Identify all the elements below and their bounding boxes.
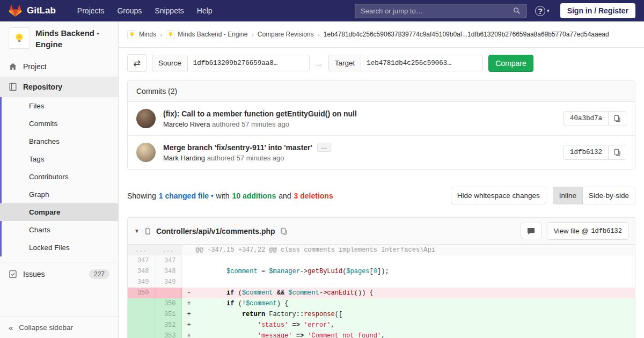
new-line-number[interactable]: 349 <box>155 277 181 288</box>
new-line-number[interactable]: 350 <box>155 298 181 309</box>
sidebar-item-graph[interactable]: Graph <box>0 186 118 203</box>
old-line-number[interactable]: 348 <box>128 266 155 277</box>
sign-in-register-button[interactable]: Sign in / Register <box>560 3 635 18</box>
commit-description-toggle[interactable]: … <box>317 143 331 152</box>
breadcrumb-compare-revisions[interactable]: Compare Revisions <box>258 31 314 38</box>
collapse-diff-icon[interactable]: ▼ <box>134 228 140 234</box>
issues-count-badge: 227 <box>89 269 109 279</box>
commit-title-link[interactable]: Merge branch 'fix/sentry-911' into 'mast… <box>163 143 312 152</box>
commit-row: Merge branch 'fix/sentry-911' into 'mast… <box>128 136 635 169</box>
compare-button[interactable]: Compare <box>488 55 533 72</box>
issues-icon <box>9 270 17 278</box>
sidebar-item-issues[interactable]: Issues 227 <box>0 263 118 285</box>
toggle-comments-button[interactable] <box>521 223 541 239</box>
commits-panel: Commits (2) (fix): Call to a member func… <box>127 80 635 170</box>
sidebar-item-branches[interactable]: Branches <box>0 133 118 150</box>
sidebar-item-commits[interactable]: Commits <box>0 115 118 133</box>
changed-files-dropdown[interactable]: 1 changed file ▾ <box>159 192 214 200</box>
copy-file-path-button[interactable] <box>280 227 288 235</box>
old-line-number[interactable]: 349 <box>128 277 155 288</box>
swap-revisions-button[interactable]: ⇄ <box>127 54 147 72</box>
diff-line-removed: 350- if ($comment && $comment->canEdit()… <box>128 288 635 298</box>
commit-sha[interactable]: 40a3bd7a <box>564 111 609 126</box>
new-line-number[interactable]: 351 <box>155 309 181 320</box>
old-line-number[interactable]: 350 <box>128 288 155 298</box>
old-line-number[interactable] <box>128 309 155 320</box>
target-revision-input[interactable] <box>361 55 483 71</box>
gitlab-home-link[interactable]: GitLab <box>9 4 56 17</box>
sidebar-item-files[interactable]: Files <box>0 97 118 115</box>
comment-bubble-icon <box>527 227 535 235</box>
help-menu[interactable]: ? ▾ <box>535 6 550 16</box>
sidebar-item-charts[interactable]: Charts <box>0 221 118 239</box>
main-content: Minds › Minds Backend - Engine › Compare… <box>119 21 644 338</box>
home-icon <box>9 62 17 71</box>
breadcrumb-project[interactable]: Minds Backend - Engine <box>166 30 247 39</box>
diff-line-added: 352+ 'status' => 'error', <box>128 320 635 330</box>
commit-sha-group: 40a3bd7a <box>564 111 626 126</box>
breadcrumb-group[interactable]: Minds <box>127 30 156 39</box>
nav-link-snippets[interactable]: Snippets <box>148 3 190 18</box>
copy-commit-sha-button[interactable] <box>609 145 626 160</box>
inline-view-button[interactable]: Inline <box>553 187 583 204</box>
new-line-number[interactable]: 347 <box>155 255 181 266</box>
old-line-number[interactable] <box>128 330 155 338</box>
new-line-number[interactable]: 352 <box>155 320 181 330</box>
diff-file-path[interactable]: Controllers/api/v1/comments.php <box>156 227 275 236</box>
sidebar-item-compare[interactable]: Compare <box>0 203 118 221</box>
help-icon: ? <box>535 6 545 16</box>
file-icon <box>144 227 151 235</box>
source-input-group: Source <box>152 55 310 71</box>
copy-commit-sha-button[interactable] <box>609 111 626 126</box>
new-line-number[interactable]: 348 <box>155 266 181 277</box>
old-line-number[interactable] <box>128 298 155 309</box>
line-content <box>181 277 635 288</box>
diff-line-added: 351+ return Factory::response([ <box>128 309 635 320</box>
sidebar-item-repository[interactable]: Repository <box>0 77 118 97</box>
copy-icon <box>613 149 621 156</box>
project-avatar <box>166 30 175 39</box>
nav-link-help[interactable]: Help <box>191 3 219 18</box>
commit-meta: Marcelo Rivera authored 57 minutes ago <box>163 120 556 128</box>
new-line-number[interactable]: 353 <box>155 330 181 338</box>
commit-sha-group: 1dfb6132 <box>564 145 626 160</box>
breadcrumb-separator-icon: › <box>160 31 162 39</box>
diff-file-actions: View file @ 1dfb6132 <box>521 222 628 240</box>
compare-form: ⇄ Source ... Target Compare <box>127 54 635 72</box>
line-content: + 'status' => 'error', <box>181 320 635 330</box>
group-avatar <box>127 30 136 39</box>
source-revision-input[interactable] <box>187 55 310 71</box>
sidebar-item-tags[interactable]: Tags <box>0 150 118 168</box>
hide-whitespace-button[interactable]: Hide whitespace changes <box>451 187 546 204</box>
search-box[interactable] <box>355 4 526 18</box>
commit-author-link[interactable]: Marcelo Rivera <box>163 120 210 128</box>
old-line-number: ... <box>128 245 155 255</box>
commit-author-link[interactable]: Mark Harding <box>163 154 205 162</box>
sidebar-item-contributors[interactable]: Contributors <box>0 168 118 186</box>
top-navbar: GitLab ProjectsGroupsSnippetsHelp ? ▾ Si… <box>0 0 644 21</box>
nav-link-projects[interactable]: Projects <box>71 3 111 18</box>
old-line-number[interactable] <box>128 320 155 330</box>
commit-title-link[interactable]: (fix): Call to a member function getEnti… <box>163 109 357 118</box>
with-label: with <box>216 192 230 200</box>
old-line-number[interactable]: 347 <box>128 255 155 266</box>
new-line-number[interactable] <box>155 288 181 298</box>
commit-title-line: Merge branch 'fix/sentry-911' into 'mast… <box>163 143 556 152</box>
sidebar-item-project[interactable]: Project <box>0 56 118 77</box>
diff-marker: + <box>187 330 196 338</box>
commit-sha[interactable]: 1dfb6132 <box>564 145 609 160</box>
sidebar-item-locked-files[interactable]: Locked Files <box>0 239 118 256</box>
search-input[interactable] <box>361 7 513 15</box>
side-by-side-view-button[interactable]: Side-by-side <box>583 187 635 204</box>
diff-table: ......@@ -347,15 +347,22 @@ class commen… <box>128 245 635 338</box>
sidebar-project-header[interactable]: Minds Backend - Engine <box>0 21 118 56</box>
nav-link-groups[interactable]: Groups <box>111 3 148 18</box>
commit-info: Merge branch 'fix/sentry-911' into 'mast… <box>163 143 556 162</box>
collapse-sidebar-label: Collapse sidebar <box>19 324 73 332</box>
breadcrumb-separator-icon: › <box>251 31 253 39</box>
collapse-sidebar-button[interactable]: « Collapse sidebar <box>0 317 118 338</box>
new-line-number: ... <box>155 245 181 255</box>
diff-line-context: 347347 <box>128 255 635 266</box>
view-file-button[interactable]: View file @ 1dfb6132 <box>547 222 628 240</box>
commit-title-line: (fix): Call to a member function getEnti… <box>163 109 556 118</box>
